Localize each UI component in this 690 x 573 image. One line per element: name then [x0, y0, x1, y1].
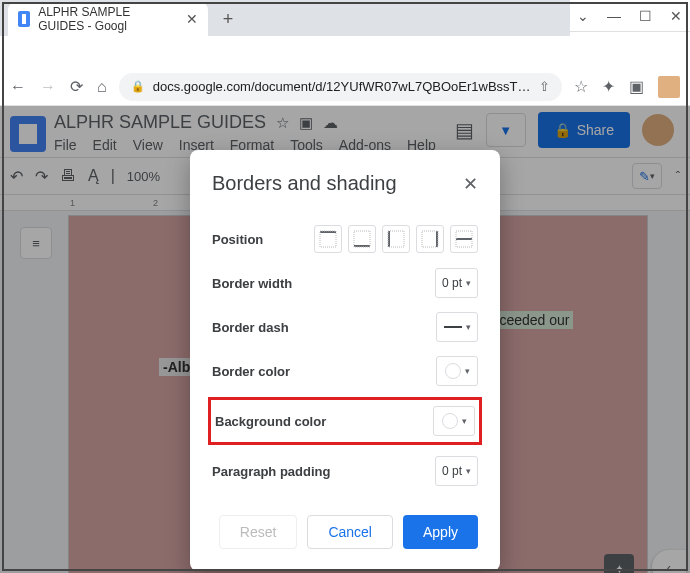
svg-rect-3: [354, 231, 370, 247]
browser-toolbar: ← → ⟳ ⌂ 🔒 docs.google.com/document/d/12Y…: [0, 68, 690, 106]
cancel-button[interactable]: Cancel: [307, 515, 393, 549]
home-icon[interactable]: ⌂: [97, 78, 107, 96]
close-tab-icon[interactable]: ✕: [186, 11, 198, 27]
border-color-label: Border color: [212, 364, 290, 379]
caret-icon: ▾: [465, 366, 470, 376]
border-bottom-button[interactable]: [348, 225, 376, 253]
extensions-icon[interactable]: ✦: [602, 77, 615, 96]
row-border-width: Border width 0 pt ▾: [212, 261, 478, 305]
dialog-close-icon[interactable]: ✕: [463, 173, 478, 195]
border-dash-label: Border dash: [212, 320, 289, 335]
svg-rect-7: [422, 231, 438, 247]
border-right-button[interactable]: [416, 225, 444, 253]
app-area: ALPHR SAMPLE GUIDES ☆ ▣ ☁ File Edit View…: [0, 106, 690, 573]
docs-favicon-icon: [18, 11, 30, 27]
border-color-dropdown[interactable]: ▾: [436, 356, 478, 386]
caret-icon: ▾: [466, 322, 471, 332]
window-dropdown-icon[interactable]: ⌄: [577, 8, 589, 24]
side-panel-icon[interactable]: ▣: [629, 77, 644, 96]
row-background-color: Background color ▾: [208, 397, 482, 445]
apply-button[interactable]: Apply: [403, 515, 478, 549]
browser-profile-avatar[interactable]: [658, 76, 680, 98]
minimize-icon[interactable]: —: [607, 8, 621, 24]
borders-shading-dialog: Borders and shading ✕ Position Border wi…: [190, 150, 500, 571]
border-between-button[interactable]: [450, 225, 478, 253]
bookmark-star-icon[interactable]: ☆: [574, 77, 588, 96]
color-swatch-icon: [445, 363, 461, 379]
url-text: docs.google.com/document/d/12YUfWR07wL7Q…: [153, 79, 531, 94]
row-paragraph-padding: Paragraph padding 0 pt ▾: [212, 449, 478, 493]
row-border-dash: Border dash ▾: [212, 305, 478, 349]
paragraph-padding-value: 0 pt: [442, 464, 462, 478]
row-position: Position: [212, 217, 478, 261]
border-left-button[interactable]: [382, 225, 410, 253]
svg-rect-5: [388, 231, 404, 247]
svg-rect-8: [456, 238, 472, 240]
border-width-label: Border width: [212, 276, 292, 291]
caret-icon: ▾: [466, 278, 471, 288]
dialog-title: Borders and shading: [212, 172, 397, 195]
browser-tab-strip: ALPHR SAMPLE GUIDES - Googl ✕ +: [0, 0, 570, 36]
svg-rect-1: [320, 231, 336, 247]
row-border-color: Border color ▾: [212, 349, 478, 393]
browser-tab[interactable]: ALPHR SAMPLE GUIDES - Googl ✕: [8, 2, 208, 36]
position-label: Position: [212, 232, 263, 247]
color-swatch-icon: [442, 413, 458, 429]
paragraph-padding-label: Paragraph padding: [212, 464, 330, 479]
dash-sample-icon: [444, 326, 462, 328]
border-dash-dropdown[interactable]: ▾: [436, 312, 478, 342]
caret-icon: ▾: [466, 466, 471, 476]
url-bar[interactable]: 🔒 docs.google.com/document/d/12YUfWR07wL…: [119, 73, 562, 101]
border-width-value: 0 pt: [442, 276, 462, 290]
new-tab-button[interactable]: +: [214, 5, 242, 33]
lock-icon: 🔒: [131, 80, 145, 93]
border-width-dropdown[interactable]: 0 pt ▾: [435, 268, 478, 298]
reset-button[interactable]: Reset: [219, 515, 298, 549]
share-url-icon[interactable]: ⇧: [539, 79, 550, 94]
back-icon[interactable]: ←: [10, 78, 26, 96]
background-color-label: Background color: [215, 414, 326, 429]
background-color-dropdown[interactable]: ▾: [433, 406, 475, 436]
tab-title: ALPHR SAMPLE GUIDES - Googl: [38, 5, 178, 33]
reload-icon[interactable]: ⟳: [70, 77, 83, 96]
dialog-layer: Borders and shading ✕ Position Border wi…: [0, 106, 690, 573]
caret-icon: ▾: [462, 416, 467, 426]
forward-icon[interactable]: →: [40, 78, 56, 96]
maximize-icon[interactable]: ☐: [639, 8, 652, 24]
border-top-button[interactable]: [314, 225, 342, 253]
close-window-icon[interactable]: ✕: [670, 8, 682, 24]
paragraph-padding-dropdown[interactable]: 0 pt ▾: [435, 456, 478, 486]
